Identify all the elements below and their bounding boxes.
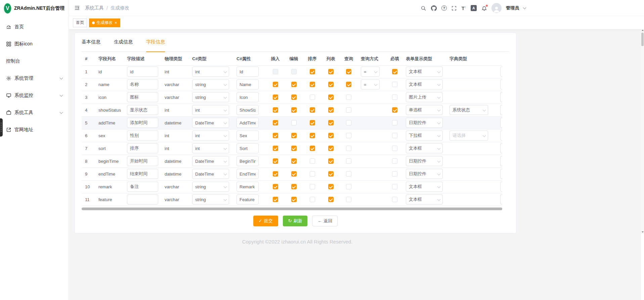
- checkbox-required[interactable]: [392, 146, 397, 151]
- checkbox-required[interactable]: [392, 107, 397, 113]
- checkbox-required[interactable]: [392, 158, 397, 164]
- tab-basic-info[interactable]: 基本信息: [82, 39, 100, 52]
- checkbox-required[interactable]: [392, 184, 397, 189]
- checkbox-edit[interactable]: [291, 197, 297, 202]
- cs-prop-input[interactable]: [237, 67, 259, 77]
- checkbox-sort[interactable]: [310, 107, 315, 113]
- field-desc-input[interactable]: [127, 169, 158, 179]
- field-desc-input[interactable]: [127, 118, 158, 128]
- checkbox-sort[interactable]: [310, 171, 315, 177]
- checkbox-required[interactable]: [392, 120, 397, 125]
- checkbox-edit[interactable]: [291, 171, 297, 177]
- checkbox-query[interactable]: [346, 95, 351, 100]
- cs-type-select[interactable]: string: [192, 182, 229, 192]
- checkbox-list[interactable]: [328, 82, 334, 87]
- cs-type-select[interactable]: string: [192, 92, 229, 102]
- extra-input[interactable]: [500, 92, 502, 102]
- checkbox-insert[interactable]: [273, 158, 278, 164]
- display-type-select[interactable]: 日期控件: [406, 169, 443, 179]
- sidebar-item-system-manage[interactable]: 系统管理: [0, 70, 69, 87]
- checkbox-insert[interactable]: [273, 197, 278, 202]
- help-icon[interactable]: ?: [441, 5, 447, 11]
- display-type-select[interactable]: 文本框: [406, 182, 443, 192]
- checkbox-list[interactable]: [328, 107, 334, 113]
- field-desc-input[interactable]: [127, 143, 158, 153]
- checkbox-list[interactable]: [328, 146, 334, 151]
- sidebar-item-official-site[interactable]: 官网地址: [0, 121, 69, 138]
- field-desc-input[interactable]: [127, 156, 158, 166]
- sidebar-item-system-monitor[interactable]: 系统监控: [0, 87, 69, 104]
- display-type-select[interactable]: 下拉框: [406, 130, 443, 141]
- extra-input[interactable]: [500, 105, 502, 115]
- checkbox-edit[interactable]: [291, 184, 297, 189]
- submit-button[interactable]: ✓ 提交: [253, 216, 278, 226]
- extra-input[interactable]: [500, 156, 502, 166]
- display-type-select[interactable]: 日期控件: [406, 156, 443, 166]
- cs-type-select[interactable]: string: [192, 79, 229, 89]
- back-button[interactable]: ← 返回: [312, 216, 338, 226]
- field-desc-input[interactable]: [127, 130, 158, 141]
- checkbox-edit[interactable]: [291, 158, 297, 164]
- sidebar-item-console[interactable]: 控制台: [0, 52, 69, 70]
- checkbox-query[interactable]: [346, 107, 351, 113]
- display-type-select[interactable]: 文本框: [406, 143, 443, 153]
- checkbox-required[interactable]: [392, 133, 397, 138]
- close-icon[interactable]: ×: [115, 21, 117, 25]
- checkbox-edit[interactable]: [291, 133, 297, 138]
- fold-menu-icon[interactable]: [74, 5, 80, 11]
- field-desc-input[interactable]: [127, 92, 158, 102]
- checkbox-query[interactable]: [346, 197, 351, 202]
- display-type-select[interactable]: 文本框: [406, 79, 443, 89]
- checkbox-list[interactable]: [328, 197, 334, 202]
- dict-type-select[interactable]: 请选择: [449, 130, 488, 141]
- scroll-down-arrow[interactable]: [641, 230, 644, 234]
- cs-prop-input[interactable]: [237, 143, 259, 153]
- query-type-select[interactable]: =: [361, 67, 380, 77]
- cs-prop-input[interactable]: [237, 79, 259, 89]
- checkbox-edit[interactable]: [291, 120, 297, 125]
- github-icon[interactable]: [431, 5, 437, 11]
- checkbox-edit[interactable]: [291, 107, 297, 113]
- vertical-scrollbar[interactable]: [641, 29, 644, 234]
- cs-prop-input[interactable]: [237, 169, 259, 179]
- checkbox-required[interactable]: [392, 197, 397, 202]
- cs-type-select[interactable]: DateTime: [192, 169, 229, 179]
- checkbox-query[interactable]: [346, 133, 351, 138]
- checkbox-list[interactable]: [328, 171, 334, 177]
- checkbox-edit[interactable]: [291, 146, 297, 151]
- field-desc-input[interactable]: [127, 79, 158, 89]
- checkbox-required[interactable]: [392, 69, 397, 74]
- cs-prop-input[interactable]: [237, 92, 259, 102]
- checkbox-query[interactable]: [346, 158, 351, 164]
- sidebar-item-home[interactable]: 首页: [0, 18, 69, 35]
- refresh-button[interactable]: ↻ 刷新: [283, 216, 308, 226]
- checkbox-list[interactable]: [328, 95, 334, 100]
- extra-input[interactable]: [500, 182, 502, 192]
- extra-input[interactable]: [500, 79, 502, 89]
- fullscreen-icon[interactable]: [451, 5, 457, 11]
- horizontal-scrollbar[interactable]: [82, 208, 502, 210]
- checkbox-insert[interactable]: [273, 146, 278, 151]
- checkbox-query[interactable]: [346, 171, 351, 177]
- checkbox-list[interactable]: [328, 133, 334, 138]
- font-size-icon[interactable]: T↑: [462, 6, 466, 11]
- checkbox-insert[interactable]: [273, 82, 278, 87]
- tab-field-info[interactable]: 字段信息: [146, 39, 165, 52]
- dict-type-select[interactable]: 系统状态: [449, 105, 488, 115]
- extra-input[interactable]: [500, 130, 502, 141]
- checkbox-insert[interactable]: [273, 133, 278, 138]
- checkbox-query[interactable]: [346, 120, 351, 125]
- checkbox-required[interactable]: [392, 82, 397, 87]
- checkbox-list[interactable]: [328, 184, 334, 189]
- cs-prop-input[interactable]: [237, 156, 259, 166]
- extra-input[interactable]: [500, 143, 502, 153]
- cs-type-select[interactable]: string: [192, 194, 229, 204]
- sidebar-item-system-tools[interactable]: 系统工具: [0, 104, 69, 121]
- chevron-down-icon[interactable]: [523, 6, 526, 9]
- extra-input[interactable]: [500, 67, 502, 77]
- checkbox-insert[interactable]: [273, 107, 278, 113]
- checkbox-query[interactable]: [346, 69, 351, 74]
- display-type-select[interactable]: 文本框: [406, 194, 443, 204]
- display-type-select[interactable]: 文本框: [406, 67, 443, 77]
- checkbox-insert[interactable]: [273, 69, 278, 74]
